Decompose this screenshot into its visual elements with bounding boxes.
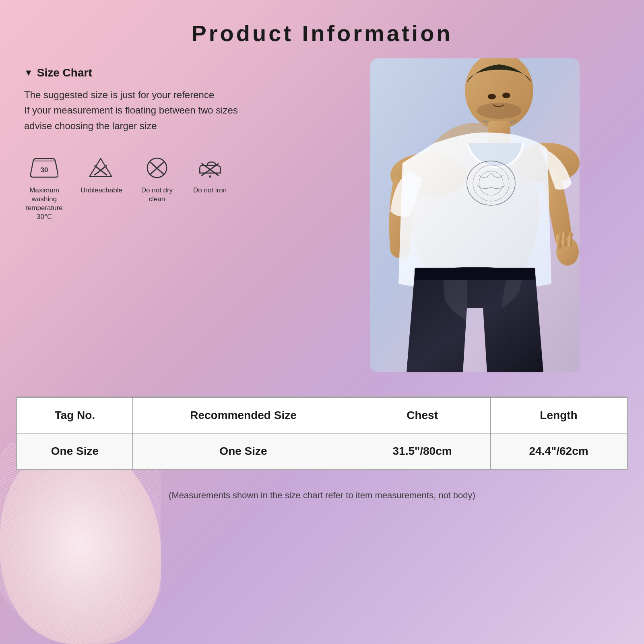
- page-title: Product Information: [0, 0, 644, 58]
- care-icon-no-dry-clean: Do not dry clean: [137, 154, 177, 204]
- table-header-row: Tag No. Recommended Size Chest Length: [17, 398, 627, 433]
- care-icon-wash: 30 Maximum washingtemperature 30℃: [24, 154, 64, 221]
- desc-line-2: If your measurement is floating between …: [24, 103, 314, 118]
- care-icon-no-bleach: Unbleachable: [80, 154, 121, 195]
- left-panel: Size Chart The suggested size is just fo…: [24, 58, 330, 388]
- cell-chest: 31.5"/80cm: [354, 433, 491, 469]
- col-header-chest: Chest: [354, 398, 491, 433]
- model-image-panel: [330, 58, 620, 388]
- svg-rect-20: [415, 268, 535, 280]
- no-dry-clean-label: Do not dry clean: [137, 186, 177, 204]
- svg-point-23: [502, 93, 510, 98]
- col-header-recommended-size: Recommended Size: [132, 398, 354, 433]
- size-table: Tag No. Recommended Size Chest Length On…: [17, 397, 627, 469]
- no-bleach-label: Unbleachable: [80, 186, 121, 195]
- cell-length: 24.4"/62cm: [491, 433, 627, 469]
- wash-icon: 30: [28, 154, 60, 182]
- no-iron-label: Do not iron: [193, 186, 227, 195]
- no-iron-icon: [194, 154, 226, 182]
- svg-point-12: [477, 103, 521, 119]
- svg-point-22: [488, 94, 496, 99]
- desc-line-1: The suggested size is just for your refe…: [24, 87, 314, 103]
- table-row: One Size One Size 31.5"/80cm 24.4"/62cm: [17, 433, 627, 469]
- cell-tag-no: One Size: [17, 433, 133, 469]
- size-table-section: Tag No. Recommended Size Chest Length On…: [16, 396, 628, 470]
- no-dry-clean-icon: [141, 154, 173, 182]
- size-chart-heading: Size Chart: [24, 66, 314, 79]
- cell-recommended-size: One Size: [132, 433, 354, 469]
- desc-line-3: advise choosing the larger size: [24, 118, 314, 134]
- size-chart-description: The suggested size is just for your refe…: [24, 87, 314, 134]
- svg-text:30: 30: [40, 166, 48, 174]
- footer-note: (Measurements shown in the size chart re…: [0, 478, 644, 513]
- svg-point-6: [209, 175, 211, 178]
- model-image: [370, 58, 580, 372]
- col-header-tag-no: Tag No.: [17, 398, 133, 433]
- no-bleach-icon: [85, 154, 117, 182]
- care-icons-row: 30 Maximum washingtemperature 30℃: [24, 154, 314, 221]
- col-header-length: Length: [491, 398, 627, 433]
- wash-label: Maximum washingtemperature 30℃: [24, 186, 64, 221]
- care-icon-no-iron: Do not iron: [193, 154, 227, 195]
